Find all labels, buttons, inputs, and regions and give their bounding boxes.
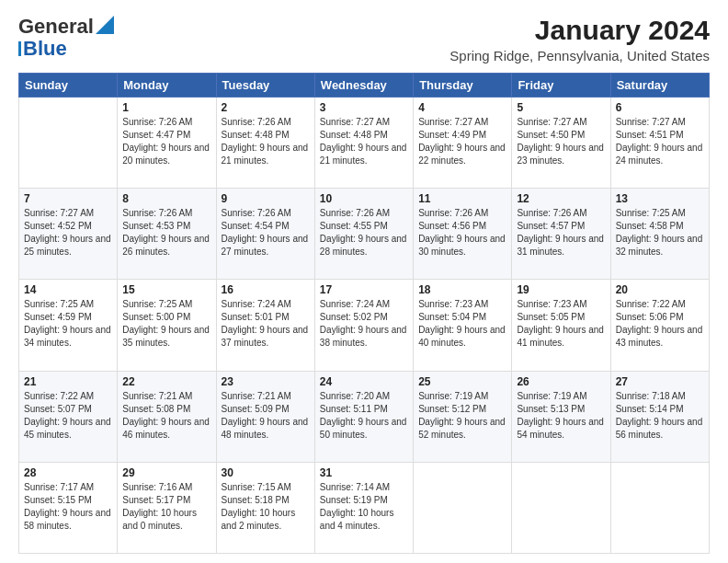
day-number: 19 [517, 283, 605, 296]
logo-bar [18, 41, 21, 56]
cell-3-3: 16Sunrise: 7:24 AM Sunset: 5:01 PM Dayli… [216, 280, 314, 371]
cell-info: Sunrise: 7:19 AM Sunset: 5:12 PM Dayligh… [418, 390, 506, 442]
day-number: 4 [418, 101, 506, 114]
cell-3-2: 15Sunrise: 7:25 AM Sunset: 5:00 PM Dayli… [118, 280, 216, 371]
day-number: 27 [616, 375, 704, 388]
day-number: 28 [24, 466, 112, 479]
cell-info: Sunrise: 7:16 AM Sunset: 5:17 PM Dayligh… [122, 481, 210, 533]
cell-info: Sunrise: 7:23 AM Sunset: 5:04 PM Dayligh… [418, 298, 506, 350]
col-header-wednesday: Wednesday [314, 74, 413, 98]
cell-4-3: 23Sunrise: 7:21 AM Sunset: 5:09 PM Dayli… [216, 371, 314, 462]
cell-5-5 [414, 462, 512, 553]
cell-5-4: 31Sunrise: 7:14 AM Sunset: 5:19 PM Dayli… [314, 462, 413, 553]
header-row: SundayMondayTuesdayWednesdayThursdayFrid… [19, 74, 710, 98]
cell-3-1: 14Sunrise: 7:25 AM Sunset: 4:59 PM Dayli… [19, 280, 118, 371]
day-number: 22 [122, 375, 210, 388]
col-header-friday: Friday [512, 74, 610, 98]
cell-info: Sunrise: 7:20 AM Sunset: 5:11 PM Dayligh… [320, 390, 408, 442]
title-block: January 2024 Spring Ridge, Pennsylvania,… [449, 15, 710, 63]
cell-info: Sunrise: 7:14 AM Sunset: 5:19 PM Dayligh… [320, 481, 408, 533]
day-number: 3 [320, 101, 408, 114]
day-number: 16 [222, 283, 310, 296]
header: General Blue January 2024 Spring Ridge, … [18, 15, 710, 63]
cell-info: Sunrise: 7:24 AM Sunset: 5:01 PM Dayligh… [222, 298, 310, 350]
calendar-table: SundayMondayTuesdayWednesdayThursdayFrid… [18, 73, 710, 554]
logo-icon [96, 16, 114, 34]
week-row-3: 14Sunrise: 7:25 AM Sunset: 4:59 PM Dayli… [19, 280, 710, 371]
day-number: 8 [122, 192, 210, 205]
week-row-2: 7Sunrise: 7:27 AM Sunset: 4:52 PM Daylig… [19, 189, 710, 280]
cell-info: Sunrise: 7:21 AM Sunset: 5:08 PM Dayligh… [122, 390, 210, 442]
cell-info: Sunrise: 7:27 AM Sunset: 4:51 PM Dayligh… [616, 116, 704, 167]
day-number: 25 [418, 375, 506, 388]
cell-3-6: 19Sunrise: 7:23 AM Sunset: 5:05 PM Dayli… [512, 280, 610, 371]
cell-info: Sunrise: 7:24 AM Sunset: 5:02 PM Dayligh… [320, 298, 408, 350]
cell-info: Sunrise: 7:26 AM Sunset: 4:57 PM Dayligh… [517, 207, 605, 259]
cell-info: Sunrise: 7:27 AM Sunset: 4:52 PM Dayligh… [24, 207, 112, 259]
cell-3-5: 18Sunrise: 7:23 AM Sunset: 5:04 PM Dayli… [414, 280, 512, 371]
cell-1-2: 1Sunrise: 7:26 AM Sunset: 4:47 PM Daylig… [118, 98, 216, 189]
cell-5-1: 28Sunrise: 7:17 AM Sunset: 5:15 PM Dayli… [19, 462, 118, 553]
day-number: 21 [24, 375, 112, 388]
logo-general: General [18, 15, 94, 39]
cell-2-5: 11Sunrise: 7:26 AM Sunset: 4:56 PM Dayli… [414, 189, 512, 280]
cell-4-4: 24Sunrise: 7:20 AM Sunset: 5:11 PM Dayli… [314, 371, 413, 462]
month-title: January 2024 [449, 15, 710, 46]
day-number: 12 [517, 192, 605, 205]
svg-marker-0 [96, 16, 114, 34]
day-number: 15 [122, 283, 210, 296]
cell-info: Sunrise: 7:22 AM Sunset: 5:07 PM Dayligh… [24, 390, 112, 442]
col-header-thursday: Thursday [414, 74, 512, 98]
col-header-sunday: Sunday [19, 74, 118, 98]
cell-3-7: 20Sunrise: 7:22 AM Sunset: 5:06 PM Dayli… [610, 280, 709, 371]
day-number: 23 [222, 375, 310, 388]
cell-3-4: 17Sunrise: 7:24 AM Sunset: 5:02 PM Dayli… [314, 280, 413, 371]
cell-info: Sunrise: 7:26 AM Sunset: 4:53 PM Dayligh… [122, 207, 210, 259]
day-number: 20 [616, 283, 704, 296]
cell-2-7: 13Sunrise: 7:25 AM Sunset: 4:58 PM Dayli… [610, 189, 709, 280]
day-number: 29 [122, 466, 210, 479]
day-number: 30 [222, 466, 310, 479]
day-number: 17 [320, 283, 408, 296]
cell-info: Sunrise: 7:22 AM Sunset: 5:06 PM Dayligh… [616, 298, 704, 350]
cell-5-3: 30Sunrise: 7:15 AM Sunset: 5:18 PM Dayli… [216, 462, 314, 553]
cell-2-2: 8Sunrise: 7:26 AM Sunset: 4:53 PM Daylig… [118, 189, 216, 280]
cell-4-5: 25Sunrise: 7:19 AM Sunset: 5:12 PM Dayli… [414, 371, 512, 462]
cell-5-2: 29Sunrise: 7:16 AM Sunset: 5:17 PM Dayli… [118, 462, 216, 553]
cell-1-4: 3Sunrise: 7:27 AM Sunset: 4:48 PM Daylig… [314, 98, 413, 189]
cell-2-3: 9Sunrise: 7:26 AM Sunset: 4:54 PM Daylig… [216, 189, 314, 280]
day-number: 1 [122, 101, 210, 114]
cell-1-5: 4Sunrise: 7:27 AM Sunset: 4:49 PM Daylig… [414, 98, 512, 189]
day-number: 26 [517, 375, 605, 388]
col-header-tuesday: Tuesday [216, 74, 314, 98]
day-number: 7 [24, 192, 112, 205]
day-number: 5 [517, 101, 605, 114]
cell-5-7 [610, 462, 709, 553]
cell-2-1: 7Sunrise: 7:27 AM Sunset: 4:52 PM Daylig… [19, 189, 118, 280]
col-header-saturday: Saturday [610, 74, 709, 98]
cell-info: Sunrise: 7:19 AM Sunset: 5:13 PM Dayligh… [517, 390, 605, 442]
week-row-4: 21Sunrise: 7:22 AM Sunset: 5:07 PM Dayli… [19, 371, 710, 462]
day-number: 10 [320, 192, 408, 205]
cell-5-6 [512, 462, 610, 553]
cell-info: Sunrise: 7:26 AM Sunset: 4:48 PM Dayligh… [222, 116, 310, 167]
cell-info: Sunrise: 7:27 AM Sunset: 4:48 PM Dayligh… [320, 116, 408, 167]
cell-4-2: 22Sunrise: 7:21 AM Sunset: 5:08 PM Dayli… [118, 371, 216, 462]
week-row-1: 1Sunrise: 7:26 AM Sunset: 4:47 PM Daylig… [19, 98, 710, 189]
col-header-monday: Monday [118, 74, 216, 98]
cell-info: Sunrise: 7:18 AM Sunset: 5:14 PM Dayligh… [616, 390, 704, 442]
day-number: 2 [222, 101, 310, 114]
cell-info: Sunrise: 7:15 AM Sunset: 5:18 PM Dayligh… [222, 481, 310, 533]
cell-1-6: 5Sunrise: 7:27 AM Sunset: 4:50 PM Daylig… [512, 98, 610, 189]
cell-2-4: 10Sunrise: 7:26 AM Sunset: 4:55 PM Dayli… [314, 189, 413, 280]
cell-4-6: 26Sunrise: 7:19 AM Sunset: 5:13 PM Dayli… [512, 371, 610, 462]
logo: General Blue [18, 15, 114, 61]
cell-info: Sunrise: 7:21 AM Sunset: 5:09 PM Dayligh… [222, 390, 310, 442]
day-number: 13 [616, 192, 704, 205]
day-number: 11 [418, 192, 506, 205]
cell-1-3: 2Sunrise: 7:26 AM Sunset: 4:48 PM Daylig… [216, 98, 314, 189]
cell-4-7: 27Sunrise: 7:18 AM Sunset: 5:14 PM Dayli… [610, 371, 709, 462]
cell-info: Sunrise: 7:17 AM Sunset: 5:15 PM Dayligh… [24, 481, 112, 533]
cell-4-1: 21Sunrise: 7:22 AM Sunset: 5:07 PM Dayli… [19, 371, 118, 462]
cell-info: Sunrise: 7:26 AM Sunset: 4:47 PM Dayligh… [122, 116, 210, 167]
